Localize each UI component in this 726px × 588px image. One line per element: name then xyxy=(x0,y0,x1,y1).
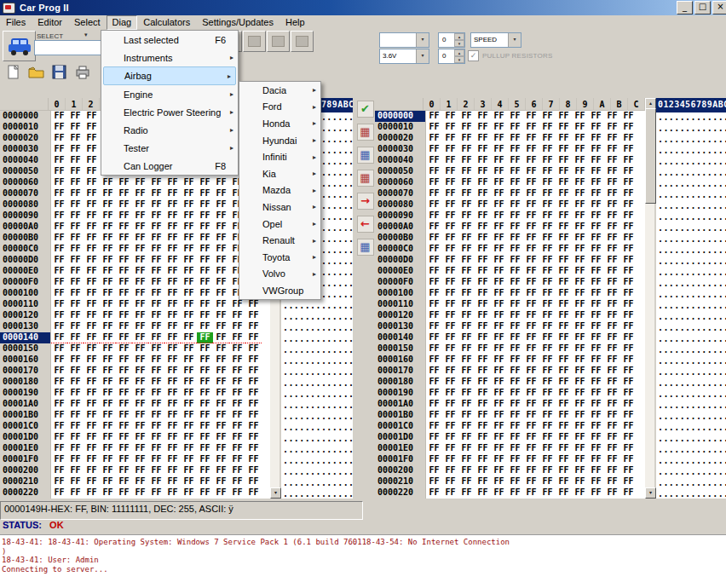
hex-cell[interactable]: FF xyxy=(458,155,475,166)
hex-cell[interactable]: FF xyxy=(148,210,164,222)
hex-cell[interactable]: FF xyxy=(181,421,197,432)
hex-cell[interactable]: FF xyxy=(213,288,229,299)
hex-address[interactable]: 0000110 xyxy=(0,299,51,310)
hex-cell[interactable]: FF xyxy=(620,133,637,144)
hex-cell[interactable]: FF xyxy=(442,144,458,155)
hex-cell[interactable]: FF xyxy=(475,454,491,465)
hex-cell[interactable]: FF xyxy=(245,476,262,487)
hex-cell[interactable]: FF xyxy=(620,111,637,122)
hex-cell[interactable]: FF xyxy=(213,233,229,244)
hex-cell[interactable]: FF xyxy=(213,377,229,388)
hex-cell[interactable]: FF xyxy=(132,377,148,388)
hex-address[interactable]: 0000150 xyxy=(375,343,426,355)
hex-cell[interactable]: FF xyxy=(229,366,245,377)
hex-cell[interactable]: FF xyxy=(67,487,84,499)
hex-cell[interactable]: FF xyxy=(116,388,132,399)
ascii-row[interactable]: ............. xyxy=(656,301,726,312)
hex-cell[interactable]: FF xyxy=(116,199,132,210)
hex-cell[interactable]: FF xyxy=(556,487,572,499)
hex-cell[interactable]: FF xyxy=(245,454,262,465)
hex-cell[interactable]: FF xyxy=(51,177,67,188)
hex-cell[interactable]: FF xyxy=(116,210,132,222)
hex-cell[interactable]: FF xyxy=(426,399,442,410)
hex-cell[interactable]: FF xyxy=(67,244,84,255)
hex-cell[interactable]: FF xyxy=(556,299,572,310)
hex-cell[interactable]: FF xyxy=(556,111,572,122)
hex-cell[interactable]: FF xyxy=(507,432,523,443)
hex-cell[interactable]: FF xyxy=(84,421,100,432)
hex-cell[interactable]: FF xyxy=(148,255,164,266)
hex-cell[interactable]: FF xyxy=(604,465,620,476)
hex-cell[interactable]: FF xyxy=(539,288,556,299)
count-spinner[interactable]: 0 ▴ ▾ xyxy=(438,49,465,64)
hex-address[interactable]: 0000070 xyxy=(375,188,426,199)
hex-cell[interactable]: FF xyxy=(181,233,197,244)
hex-cell[interactable]: FF xyxy=(458,388,475,399)
menu-editor[interactable]: Editor xyxy=(32,15,68,30)
hex-cell[interactable]: FF xyxy=(572,166,588,177)
hex-cell[interactable]: FF xyxy=(523,222,539,233)
hex-cell[interactable]: FF xyxy=(197,421,213,432)
hex-cell[interactable]: FF xyxy=(507,222,523,233)
hex-cell[interactable]: FF xyxy=(442,355,458,366)
hex-cell[interactable]: FF xyxy=(51,487,67,499)
hex-cell[interactable]: FF xyxy=(588,366,604,377)
hex-cell[interactable]: FF xyxy=(84,310,100,321)
hex-cell[interactable]: FF xyxy=(229,465,245,476)
hex-cell[interactable]: FF xyxy=(620,188,637,199)
hex-cell[interactable]: FF xyxy=(213,299,229,310)
ascii-row[interactable]: ............. xyxy=(656,190,726,201)
hex-cell[interactable]: FF xyxy=(197,465,213,476)
hex-cell[interactable]: FF xyxy=(572,299,588,310)
hex-cell[interactable]: FF xyxy=(523,133,539,144)
hex-cell[interactable]: FF xyxy=(51,288,67,299)
hex-cell[interactable]: FF xyxy=(67,421,84,432)
hex-cell[interactable]: FF xyxy=(213,476,229,487)
hex-cell[interactable]: FF xyxy=(67,410,84,421)
hex-cell[interactable]: FF xyxy=(620,199,637,210)
hex-cell[interactable]: FF xyxy=(51,399,67,410)
hex-cell[interactable]: FF xyxy=(442,277,458,288)
hex-cell[interactable]: FF xyxy=(588,443,604,454)
hex-cell[interactable]: FF xyxy=(100,210,116,222)
hex-cell[interactable]: FF xyxy=(51,255,67,266)
hex-cell[interactable]: FF xyxy=(442,377,458,388)
hex-cell[interactable]: FF xyxy=(539,443,556,454)
hex-cell[interactable]: FF xyxy=(588,355,604,366)
hex-cell[interactable]: FF xyxy=(458,432,475,443)
hex-cell[interactable]: FF xyxy=(148,443,164,454)
hex-cell[interactable]: FF xyxy=(67,166,84,177)
ascii-row[interactable]: ............. xyxy=(656,124,726,135)
ascii-row[interactable]: ............. xyxy=(656,489,726,499)
hex-cell[interactable]: FF xyxy=(164,454,181,465)
hex-cell[interactable]: FF xyxy=(132,388,148,399)
hex-cell[interactable]: FF xyxy=(213,388,229,399)
hex-cell[interactable]: FF xyxy=(84,288,100,299)
hex-cell[interactable]: FF xyxy=(572,111,588,122)
menu-item-airbag[interactable]: Airbag▸ xyxy=(103,66,236,85)
hex-cell[interactable]: FF xyxy=(491,222,507,233)
hex-cell[interactable]: FF xyxy=(523,299,539,310)
hex-cell[interactable]: FF xyxy=(539,321,556,332)
hex-cell[interactable]: FF xyxy=(84,343,100,355)
hex-cell[interactable]: FF xyxy=(426,421,442,432)
hex-cell[interactable]: FF xyxy=(84,133,100,144)
hex-cell[interactable]: FF xyxy=(426,210,442,222)
submenu-item-vwgroup[interactable]: VWGroup xyxy=(239,282,320,299)
submenu-item-mazda[interactable]: Mazda▸ xyxy=(239,182,320,199)
hex-cell[interactable]: FF xyxy=(442,465,458,476)
hex-cell[interactable]: FF xyxy=(442,321,458,332)
device-buffer-1-icon[interactable]: ▦ xyxy=(357,124,374,141)
hex-cell[interactable]: FF xyxy=(84,388,100,399)
hex-cell[interactable]: FF xyxy=(100,443,116,454)
hex-cell[interactable]: FF xyxy=(442,133,458,144)
hex-cell[interactable]: FF xyxy=(458,410,475,421)
hex-cell[interactable]: FF xyxy=(475,210,491,222)
hex-cell[interactable]: FF xyxy=(556,476,572,487)
hex-cell[interactable]: FF xyxy=(51,310,67,321)
hex-cell[interactable]: FF xyxy=(229,454,245,465)
hex-cell[interactable]: FF xyxy=(604,443,620,454)
menu-settings-updates[interactable]: Settings/Updates xyxy=(196,15,279,30)
hex-cell[interactable]: FF xyxy=(229,310,245,321)
hex-cell[interactable]: FF xyxy=(164,465,181,476)
